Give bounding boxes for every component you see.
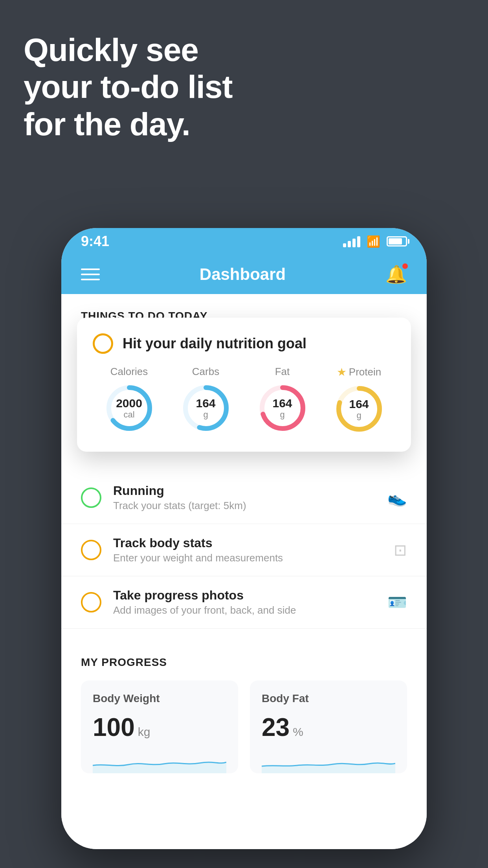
progress-section: MY PROGRESS Body Weight 100 kg (61, 640, 427, 773)
calories-unit: cal (116, 410, 142, 420)
protein-label: ★ Protein (337, 366, 381, 379)
todo-subtitle-running: Track your stats (target: 5km) (113, 500, 376, 512)
content-area: THINGS TO DO TODAY Hit your daily nutrit… (61, 294, 427, 849)
todo-circle-running (81, 487, 101, 508)
calories-value: 2000 (116, 397, 142, 410)
todo-title-photos: Take progress photos (113, 588, 376, 603)
todo-list: Running Track your stats (target: 5km) 👟… (61, 472, 427, 629)
protein-unit: g (349, 410, 369, 421)
battery-icon (387, 236, 407, 246)
progress-title: MY PROGRESS (81, 656, 407, 669)
status-time: 9:41 (81, 233, 109, 250)
wifi-icon: 📶 (367, 235, 380, 248)
todo-circle-photos (81, 592, 101, 612)
carbs-donut: 164 g (180, 383, 231, 434)
bodyfat-card-title: Body Fat (262, 692, 395, 705)
fat-donut: 164 g (257, 383, 308, 434)
signal-icon (343, 235, 360, 247)
bodyfat-value: 23 (262, 713, 290, 742)
progress-cards: Body Weight 100 kg Body Fat (81, 680, 407, 773)
todo-circle-body-stats (81, 540, 101, 560)
carbs-value: 164 (196, 397, 215, 410)
status-bar: 9:41 📶 (61, 228, 427, 255)
todo-subtitle-body-stats: Enter your weight and measurements (113, 552, 382, 564)
headline: Quickly see your to-do list for the day. (24, 31, 233, 143)
fat-value: 164 (272, 397, 292, 410)
nutrition-check-circle[interactable] (93, 333, 113, 354)
phone-shell: 9:41 📶 Dashboard 🔔 TH (61, 228, 427, 849)
todo-title-running: Running (113, 484, 376, 498)
weight-unit: kg (138, 725, 150, 739)
nutrition-row: Calories 2000 cal Carbs (93, 366, 395, 434)
bodyfat-chart (262, 750, 395, 773)
app-header: Dashboard 🔔 (61, 255, 427, 294)
weight-chart (93, 750, 226, 773)
status-icons: 📶 (343, 235, 407, 248)
weight-card-title: Body Weight (93, 692, 226, 705)
protein-donut: 164 g (334, 383, 385, 434)
fat-label: Fat (275, 366, 290, 378)
todo-item-body-stats[interactable]: Track body stats Enter your weight and m… (61, 524, 427, 576)
bodyfat-unit: % (293, 725, 303, 739)
todo-subtitle-photos: Add images of your front, back, and side (113, 604, 376, 616)
calories-label: Calories (110, 366, 148, 378)
star-icon: ★ (337, 366, 347, 379)
scale-icon: ⊡ (394, 541, 407, 559)
photo-icon: 🪪 (387, 593, 407, 612)
progress-card-weight[interactable]: Body Weight 100 kg (81, 680, 238, 773)
nutrition-protein: ★ Protein 164 g (334, 366, 385, 434)
todo-title-body-stats: Track body stats (113, 536, 382, 550)
calories-donut: 2000 cal (104, 383, 155, 434)
notification-badge (402, 263, 409, 270)
weight-value: 100 (93, 713, 135, 742)
protein-value: 164 (349, 397, 369, 410)
progress-card-bodyfat[interactable]: Body Fat 23 % (250, 680, 407, 773)
carbs-unit: g (196, 410, 215, 420)
nutrition-fat: Fat 164 g (257, 366, 308, 434)
header-title: Dashboard (200, 265, 286, 284)
carbs-label: Carbs (192, 366, 219, 378)
menu-button[interactable] (81, 268, 100, 280)
running-icon: 👟 (387, 489, 407, 507)
nutrition-calories: Calories 2000 cal (104, 366, 155, 434)
nutrition-card-title: Hit your daily nutrition goal (123, 335, 306, 352)
nutrition-card: Hit your daily nutrition goal Calories 2… (77, 318, 411, 452)
todo-item-running[interactable]: Running Track your stats (target: 5km) 👟 (61, 472, 427, 524)
nutrition-carbs: Carbs 164 g (180, 366, 231, 434)
todo-item-photos[interactable]: Take progress photos Add images of your … (61, 576, 427, 629)
notification-button[interactable]: 🔔 (385, 264, 407, 285)
fat-unit: g (272, 410, 292, 420)
